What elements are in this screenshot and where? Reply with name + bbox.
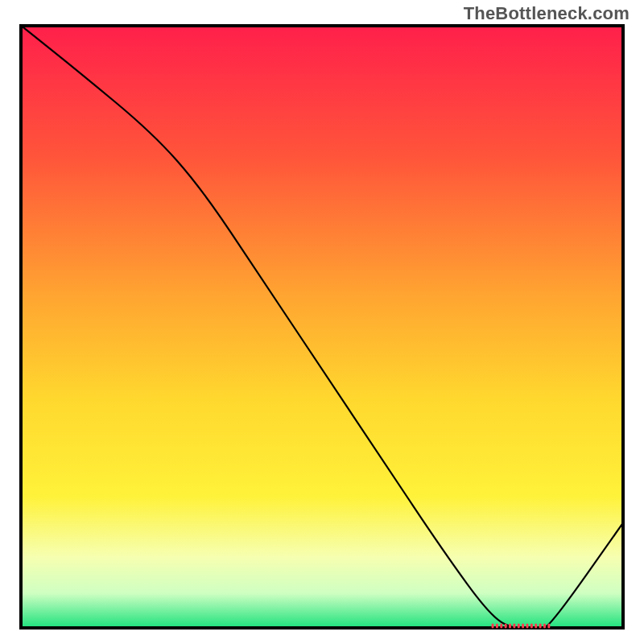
svg-rect-7 (522, 623, 524, 628)
svg-rect-8 (526, 623, 529, 628)
svg-rect-3 (505, 623, 507, 628)
chart-container: TheBottleneck.com (0, 0, 644, 644)
svg-rect-2 (500, 623, 502, 628)
svg-rect-6 (518, 623, 520, 628)
watermark-text: TheBottleneck.com (464, 3, 630, 24)
svg-rect-1 (496, 623, 498, 628)
svg-rect-4 (509, 623, 511, 628)
svg-rect-11 (539, 623, 542, 628)
plot-area (19, 24, 625, 630)
svg-rect-0 (492, 623, 494, 628)
svg-rect-13 (547, 623, 550, 628)
svg-rect-5 (513, 623, 515, 628)
chart-svg (19, 24, 625, 630)
svg-rect-10 (535, 623, 537, 628)
svg-rect-9 (530, 623, 533, 628)
svg-rect-12 (543, 623, 546, 628)
gradient-fill (19, 24, 625, 630)
